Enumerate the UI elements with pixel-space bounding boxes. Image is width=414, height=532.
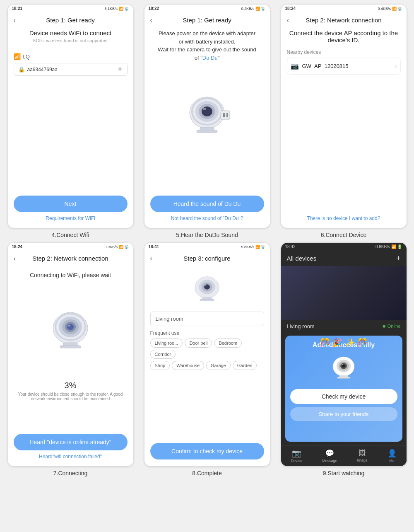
message-nav-icon: 💬 (325, 449, 334, 458)
device-status-row: Living room ● Online (281, 320, 407, 332)
dark-header-9: All devices + (281, 251, 407, 266)
speed-4: 3.1KB/s (104, 7, 118, 11)
signal-icons-6: 📶 📡 (392, 7, 402, 11)
main-title-4: Device needs WiFi to connect (14, 29, 128, 36)
status-time-6: 18:24 (285, 6, 296, 11)
device-name-input[interactable] (150, 312, 264, 326)
row-2: 18:24 0.9KB/s 📶 📡 ‹ Step 2: Network conn… (4, 242, 410, 476)
screen-title-4: Step 1: Get ready (46, 17, 95, 24)
caption-8: 8.Complete (192, 470, 222, 476)
all-devices-title: All devices (287, 255, 317, 262)
device-ap-name: GW_AP_12020815 (302, 63, 395, 69)
wifi-name-label: 📶 LQ (14, 53, 128, 60)
device-list-item[interactable]: 📷 GW_AP_12020815 › (287, 58, 401, 75)
tag-warehouse[interactable]: Warehouse (172, 361, 204, 370)
panel-dudu-sound: 18:22 0.2KB/s 📶 📡 ‹ Step 1: Get ready Pl… (141, 4, 273, 238)
caption-7: 7.Connecting (53, 470, 88, 476)
add-device-icon[interactable]: + (396, 254, 401, 263)
device-row-name: Living room (287, 323, 383, 329)
screen-5: ‹ Step 1: Get ready Please power on the … (144, 12, 270, 228)
status-time-4: 18:21 (12, 6, 23, 11)
back-arrow-6[interactable]: ‹ (287, 17, 289, 24)
chevron-right-icon: › (395, 63, 397, 70)
signal-icons-5: 📶 📡 (255, 7, 266, 11)
instruction-text: Please power on the device with adaptero… (150, 29, 264, 62)
svg-point-4 (202, 106, 212, 116)
back-arrow-7[interactable]: ‹ (14, 255, 16, 262)
eye-icon[interactable]: 👁 (118, 66, 123, 73)
screen-7: ‹ Step 2: Network connection Connecting … (8, 251, 133, 466)
nav-item-me[interactable]: 👤 Me (388, 449, 397, 463)
next-button[interactable]: Next (14, 196, 128, 212)
back-arrow-5[interactable]: ‹ (150, 17, 152, 24)
nav-item-message[interactable]: 💬 Message (322, 449, 337, 463)
share-to-friends-button[interactable]: Share to your friends (290, 407, 397, 421)
tags-row-1: Living roo... Door bell Bedroom Corridor (150, 339, 264, 359)
status-time-5: 18:22 (149, 6, 159, 11)
signal-icons-7: 📶 📡 (119, 245, 129, 249)
not-heard-link[interactable]: Not heard the sound of "Du Du"? (150, 215, 264, 221)
screen-title-8: Step 3: configure (183, 255, 230, 262)
me-nav-label: Me (389, 459, 395, 463)
svg-rect-7 (197, 130, 217, 133)
tag-bedroom[interactable]: Bedroom (214, 339, 242, 348)
screen-header-8: ‹ Step 3: configure (150, 255, 264, 262)
tag-door-bell[interactable]: Door bell (185, 339, 212, 348)
tag-garden[interactable]: Garden (233, 361, 257, 370)
tag-corridor[interactable]: Corridor (150, 350, 176, 359)
bottom-nav: 📷 Device 💬 Message 🖼 Image 👤 (281, 445, 407, 466)
nav-item-device[interactable]: 📷 Device (291, 449, 302, 463)
device-nav-label: Device (291, 459, 302, 463)
back-arrow-4[interactable]: ‹ (14, 17, 16, 24)
svg-rect-33 (339, 375, 348, 377)
screen-8: ‹ Step 3: configure (144, 251, 270, 466)
screen-header-4: ‹ Step 1: Get ready (14, 17, 128, 24)
wifi-failed-link[interactable]: Heard"wifi connection failed" (14, 454, 128, 459)
row-1: 18:21 3.1KB/s 📶 📡 ‹ Step 1: Get ready De… (4, 4, 410, 238)
caption-9: 9.Start watching (323, 470, 364, 476)
camera-image-5 (150, 74, 264, 156)
wifi-section: 📶 LQ 🔒 aa6344769aa 👁 (14, 53, 128, 76)
password-field[interactable]: 🔒 aa6344769aa 👁 (14, 63, 128, 76)
phone-frame-5: 18:22 0.2KB/s 📶 📡 ‹ Step 1: Get ready Pl… (144, 4, 270, 228)
panel-connect-device: 18:24 0.4KB/s 📶 📡 ‹ Step 2: Network conn… (277, 4, 410, 238)
device-online-button[interactable]: Heard "device is online already" (14, 434, 128, 450)
camera-svg-5 (180, 90, 234, 140)
no-device-link[interactable]: There is no device I want to add? (287, 211, 401, 221)
connect-ap-title: Connect the device AP according to the d… (287, 29, 401, 44)
screen-title-6: Step 2: Network connection (306, 17, 381, 24)
lock-icon: 🔒 (18, 66, 25, 73)
added-successfully-title: Added successfully (290, 341, 397, 349)
tag-garage[interactable]: Garage (206, 361, 231, 370)
status-right-6: 0.4KB/s 📶 📡 (378, 7, 402, 11)
panel-connecting: 18:24 0.9KB/s 📶 📡 ‹ Step 2: Network conn… (4, 242, 137, 476)
speed-7: 0.9KB/s (104, 245, 118, 249)
speed-6: 0.4KB/s (378, 7, 391, 11)
speed-5: 0.2KB/s (241, 7, 254, 11)
check-my-device-button[interactable]: Check my device (290, 389, 397, 404)
status-right-4: 3.1KB/s 📶 📡 (104, 7, 129, 11)
svg-point-5 (203, 108, 206, 110)
back-arrow-8[interactable]: ‹ (150, 255, 152, 262)
online-status-badge: Online (388, 324, 401, 329)
svg-point-24 (205, 285, 206, 286)
screen-header-5: ‹ Step 1: Get ready (150, 17, 264, 24)
status-bar-8: 18:41 5.8KB/s 📶 📡 (144, 243, 270, 251)
sub-text-4: 5GHz wireless band is not supported (14, 38, 128, 43)
phone-frame-9: 18:42 0.6KB/s 📶 🔋 All devices + Living r… (281, 242, 407, 467)
wifi-icon: 📶 (14, 53, 21, 60)
nav-item-image[interactable]: 🖼 Image (357, 449, 368, 463)
panel-start-watching: 18:42 0.6KB/s 📶 🔋 All devices + Living r… (277, 242, 410, 476)
speed-8: 5.8KB/s (241, 245, 254, 249)
heard-dudu-button[interactable]: Heard the sound of Du Du (150, 196, 264, 212)
status-right-5: 0.2KB/s 📶 📡 (241, 7, 265, 11)
tag-shop[interactable]: Shop (150, 361, 170, 370)
device-camera-icon: 📷 (291, 62, 299, 70)
wifi-requirements-link[interactable]: Requirements for WiFi (14, 215, 128, 221)
nearby-devices-label: Nearby devices (287, 49, 401, 55)
signal-icons-8: 📶 📡 (255, 245, 266, 249)
phone-frame-7: 18:24 0.9KB/s 📶 📡 ‹ Step 2: Network conn… (7, 242, 134, 467)
confirm-check-button[interactable]: Confirm to check my device (150, 443, 264, 459)
wifi-name: LQ (23, 53, 30, 60)
tag-living-room[interactable]: Living roo... (150, 339, 183, 348)
